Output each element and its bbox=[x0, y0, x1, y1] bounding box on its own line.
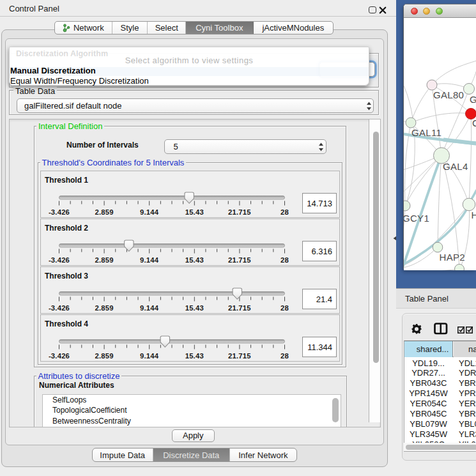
svg-text:9.144: 9.144 bbox=[140, 208, 159, 216]
svg-text:21.715: 21.715 bbox=[228, 304, 251, 312]
svg-text:GAL11: GAL11 bbox=[411, 127, 441, 138]
svg-text:21.715: 21.715 bbox=[228, 352, 251, 360]
svg-text:2.859: 2.859 bbox=[95, 208, 113, 216]
svg-text:21.715: 21.715 bbox=[228, 208, 251, 216]
svg-text:HAP1: HAP1 bbox=[472, 210, 476, 220]
svg-text:GCY1: GCY1 bbox=[404, 213, 429, 224]
svg-text:9.144: 9.144 bbox=[140, 352, 159, 360]
svg-text:28: 28 bbox=[280, 352, 289, 360]
svg-text:-3.426: -3.426 bbox=[48, 256, 69, 264]
svg-text:GAL80: GAL80 bbox=[433, 89, 464, 100]
svg-text:GAL2: GAL2 bbox=[470, 94, 476, 105]
svg-text:9.144: 9.144 bbox=[140, 256, 159, 264]
svg-text:28: 28 bbox=[280, 256, 289, 264]
svg-text:28: 28 bbox=[280, 208, 289, 216]
svg-text:GAL4: GAL4 bbox=[443, 161, 468, 172]
svg-text:28: 28 bbox=[280, 304, 289, 312]
svg-text:CYC8: CYC8 bbox=[472, 118, 476, 128]
svg-text:-3.426: -3.426 bbox=[48, 352, 69, 360]
svg-text:9.144: 9.144 bbox=[140, 304, 159, 312]
svg-text:21.715: 21.715 bbox=[228, 256, 251, 264]
svg-text:-3.426: -3.426 bbox=[48, 304, 69, 312]
svg-text:15.43: 15.43 bbox=[185, 304, 203, 312]
svg-text:HAP2: HAP2 bbox=[440, 252, 465, 263]
svg-text:2.859: 2.859 bbox=[95, 304, 113, 312]
svg-text:15.43: 15.43 bbox=[185, 208, 203, 216]
svg-text:15.43: 15.43 bbox=[185, 256, 203, 264]
svg-text:2.859: 2.859 bbox=[95, 352, 113, 360]
svg-text:15.43: 15.43 bbox=[185, 352, 203, 360]
svg-text:-3.426: -3.426 bbox=[48, 208, 69, 216]
svg-text:2.859: 2.859 bbox=[95, 256, 113, 264]
